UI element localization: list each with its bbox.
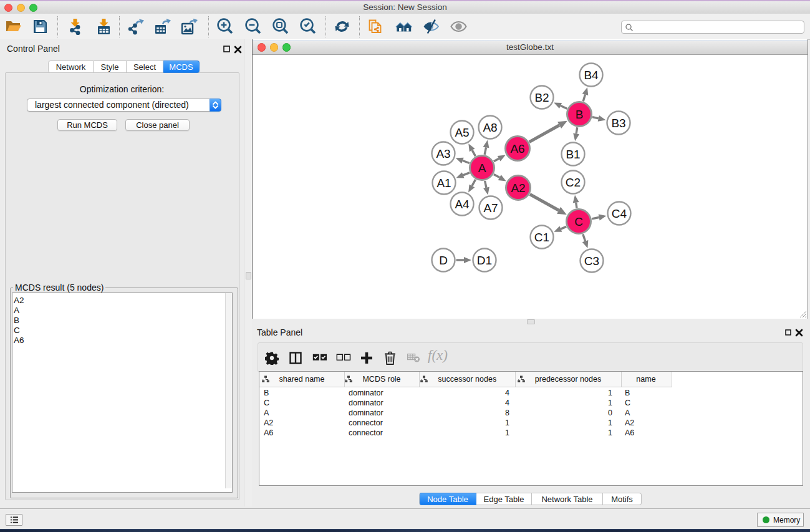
svg-text:A8: A8: [483, 121, 497, 134]
svg-text:C4: C4: [612, 207, 627, 220]
svg-text:A: A: [478, 162, 486, 175]
svg-text:C3: C3: [584, 254, 599, 268]
svg-text:B1: B1: [566, 148, 580, 161]
svg-text:A4: A4: [455, 198, 470, 211]
svg-text:C2: C2: [566, 176, 581, 189]
svg-text:C: C: [574, 215, 583, 228]
svg-text:C1: C1: [534, 231, 549, 244]
svg-text:A1: A1: [436, 177, 451, 190]
svg-text:A3: A3: [436, 147, 450, 160]
svg-text:D: D: [439, 254, 448, 267]
svg-text:B2: B2: [534, 91, 549, 104]
svg-text:A2: A2: [511, 181, 525, 195]
svg-text:B4: B4: [584, 69, 599, 82]
svg-text:A6: A6: [510, 142, 524, 155]
svg-text:D1: D1: [477, 254, 492, 267]
svg-text:A7: A7: [483, 201, 498, 215]
svg-text:A5: A5: [455, 126, 469, 139]
svg-text:B: B: [576, 108, 584, 121]
svg-text:B3: B3: [611, 117, 625, 130]
